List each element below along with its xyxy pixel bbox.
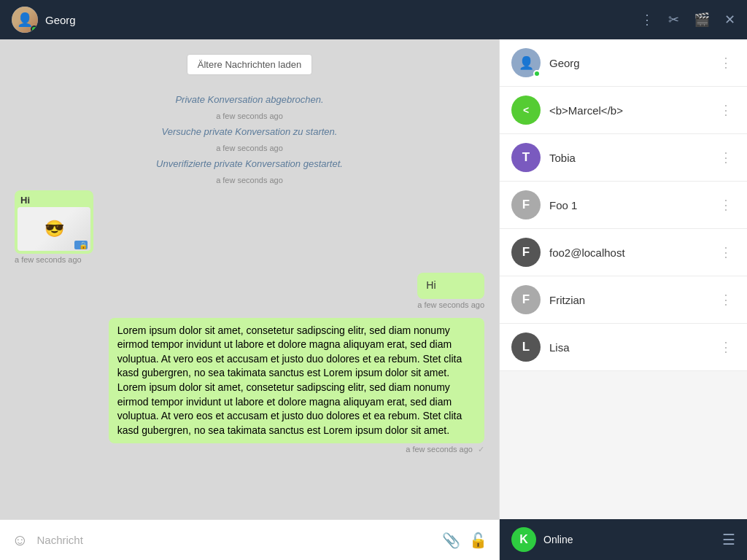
contact-avatar-georg: 👤 [511, 48, 541, 77]
sidebar-footer: K Online ☰ [500, 519, 747, 560]
contact-name-marcel: <b>Marcel</b> [549, 104, 708, 117]
more-icon-marcel[interactable]: ⋮ [716, 99, 735, 121]
avatar-letter-foo1: F [522, 198, 530, 212]
chat-input-area: ☺ 📎 🔓 [0, 519, 499, 560]
emoji-button[interactable]: ☺ [12, 531, 28, 550]
tick-icon: ✓ [478, 445, 484, 454]
contact-name-fritzian: Fritzian [549, 294, 708, 306]
header-user: 👤 Georg [12, 7, 76, 33]
image-bubble: Hi 😎 🔒 [15, 190, 93, 254]
system-message-3: Unverifizierte private Konversation gest… [15, 158, 484, 169]
header-username: Georg [45, 14, 76, 26]
image-preview: 😎 🔒 [18, 207, 90, 251]
contact-name-georg: Georg [549, 57, 708, 69]
contact-item-marcel[interactable]: < <b>Marcel</b> ⋮ [500, 87, 747, 134]
header-avatar: 👤 [12, 7, 38, 33]
footer-avatar: K [511, 527, 536, 552]
contact-item-foo1[interactable]: F Foo 1 ⋮ [500, 182, 747, 229]
contact-avatar-foo1: F [511, 190, 541, 219]
footer-status: Online [543, 534, 715, 545]
more-icon-lisa[interactable]: ⋮ [716, 336, 735, 358]
video-icon[interactable]: 🎬 [694, 12, 710, 28]
footer-avatar-letter: K [519, 533, 528, 546]
bubble-wrap-image: Hi 😎 🔒 a few seconds ago [15, 190, 93, 264]
contact-list: 👤 Georg ⋮ < <b>Marcel</b> ⋮ T Tobia [500, 39, 747, 519]
online-dot-georg [533, 70, 541, 77]
avatar-letter-georg: 👤 [519, 55, 534, 71]
system-message-2: Versuche private Konversation zu starten… [15, 126, 484, 137]
bubble-wrap-hi: Hi a few seconds ago [417, 273, 484, 309]
message-row-image: Hi 😎 🔒 a few seconds ago [15, 190, 484, 264]
chat-messages: Ältere Nachrichten laden Private Konvers… [0, 39, 499, 519]
contact-avatar-foo2: F [511, 238, 541, 267]
avatar-letter-tobia: T [522, 150, 530, 165]
contact-item-foo2[interactable]: F foo2@localhost ⋮ [500, 229, 747, 276]
bubble-hi: Hi [417, 273, 484, 299]
contact-avatar-fritzian: F [511, 285, 541, 314]
message-input[interactable] [36, 534, 433, 546]
img-text: Hi [18, 193, 90, 207]
header-actions: ⋮ ✂ 🎬 ✕ [640, 12, 735, 28]
contact-name-lisa: Lisa [549, 341, 708, 354]
system-time-1: a few seconds ago [15, 112, 484, 120]
online-indicator [31, 26, 38, 33]
time-long: a few seconds ago ✓ [109, 445, 484, 454]
contact-name-foo2: foo2@localhost [549, 246, 708, 259]
avatar-letter-marcel: < [523, 104, 529, 116]
contact-avatar-lisa: L [511, 332, 541, 362]
more-icon[interactable]: ⋮ [640, 12, 654, 28]
bubble-wrap-long: Lorem ipsum dolor sit amet, consetetur s… [109, 318, 484, 455]
lock-overlay: 🔒 [79, 241, 88, 249]
emoji-icon: 😎 [44, 219, 64, 238]
bubble-long: Lorem ipsum dolor sit amet, consetetur s… [109, 318, 484, 444]
lock-button[interactable]: 🔓 [469, 532, 487, 549]
close-icon[interactable]: ✕ [724, 12, 735, 28]
avatar-letter-foo2: F [522, 245, 530, 260]
contact-avatar-tobia: T [511, 143, 541, 172]
more-icon-foo1[interactable]: ⋮ [716, 194, 735, 216]
footer-menu-icon[interactable]: ☰ [722, 531, 735, 548]
header: 👤 Georg ⋮ ✂ 🎬 ✕ [0, 0, 747, 39]
contact-avatar-marcel: < [511, 96, 541, 125]
message-row-hi: Hi a few seconds ago [15, 273, 484, 309]
system-time-3: a few seconds ago [15, 176, 484, 184]
contact-item-fritzian[interactable]: F Fritzian ⋮ [500, 276, 747, 324]
more-icon-georg[interactable]: ⋮ [716, 52, 735, 74]
chat-area: Ältere Nachrichten laden Private Konvers… [0, 39, 499, 560]
system-time-2: a few seconds ago [15, 144, 484, 152]
contact-name-tobia: Tobia [549, 152, 708, 164]
avatar-letter-fritzian: F [522, 292, 530, 307]
more-icon-foo2[interactable]: ⋮ [716, 241, 735, 263]
attach-button[interactable]: 📎 [442, 532, 460, 549]
more-icon-fritzian[interactable]: ⋮ [716, 289, 735, 311]
main-area: Ältere Nachrichten laden Private Konvers… [0, 39, 747, 560]
contact-item-tobia[interactable]: T Tobia ⋮ [500, 134, 747, 182]
avatar-letter-lisa: L [522, 340, 530, 354]
system-message-1: Private Konversation abgebrochen. [15, 94, 484, 105]
time-hi: a few seconds ago [417, 300, 484, 309]
contact-item-georg[interactable]: 👤 Georg ⋮ [500, 39, 747, 87]
sidebar: 👤 Georg ⋮ < <b>Marcel</b> ⋮ T Tobia [499, 39, 747, 560]
contact-item-lisa[interactable]: L Lisa ⋮ [500, 324, 747, 371]
img-time: a few seconds ago [15, 255, 93, 264]
load-older-button[interactable]: Ältere Nachrichten laden [187, 54, 312, 75]
more-icon-tobia[interactable]: ⋮ [716, 147, 735, 168]
scissors-icon[interactable]: ✂ [668, 12, 679, 28]
message-row-long: Lorem ipsum dolor sit amet, consetetur s… [15, 318, 484, 455]
contact-name-foo1: Foo 1 [549, 199, 708, 211]
